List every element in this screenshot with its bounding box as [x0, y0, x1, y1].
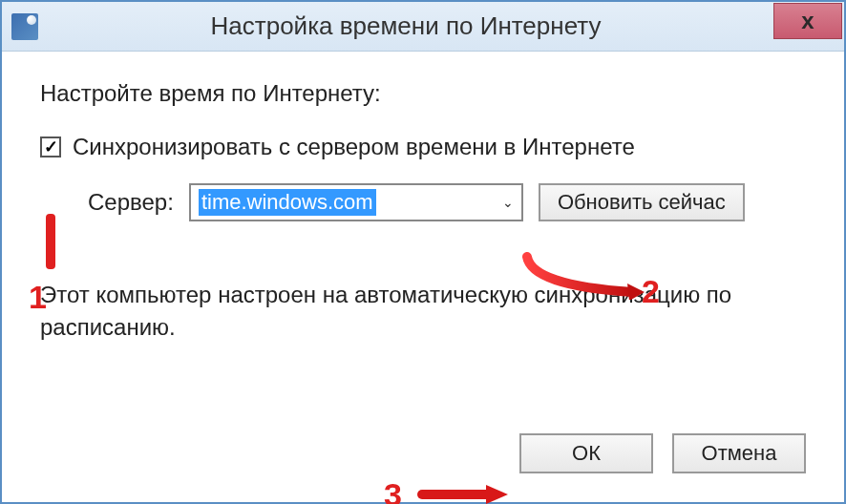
chevron-down-icon[interactable]: ⌄ [502, 195, 514, 210]
titlebar: Настройка времени по Интернету x [2, 2, 844, 52]
annotation-number-1: 1 [29, 279, 47, 316]
svg-rect-1 [417, 490, 492, 499]
sync-checkbox-row: ✓ Синхронизировать с сервером времени в … [40, 134, 806, 160]
sync-checkbox[interactable]: ✓ [40, 136, 61, 158]
ok-button[interactable]: ОК [519, 433, 653, 473]
clock-icon [11, 13, 38, 40]
content-area: Настройте время по Интернету: ✓ Синхрони… [2, 52, 844, 502]
annotation-arrow-3 [417, 483, 508, 504]
annotation-number-3: 3 [384, 476, 402, 504]
checkmark-icon: ✓ [44, 138, 58, 156]
status-text: Этот компьютер настроен на автоматическу… [40, 279, 806, 343]
server-value: time.windows.com [199, 189, 376, 216]
annotation-highlight-1 [46, 214, 55, 269]
close-button[interactable]: x [773, 3, 842, 39]
server-label: Сервер: [88, 189, 174, 216]
instruction-text: Настройте время по Интернету: [40, 80, 806, 107]
svg-marker-2 [486, 485, 508, 504]
annotation-arrow-2 [522, 252, 646, 300]
annotation-number-2: 2 [642, 273, 660, 310]
cancel-button[interactable]: Отмена [672, 433, 806, 473]
footer-buttons: ОК Отмена [519, 433, 806, 473]
server-row: Сервер: time.windows.com ⌄ Обновить сейч… [40, 183, 806, 221]
window-title: Настройка времени по Интернету [38, 11, 773, 41]
sync-checkbox-label: Синхронизировать с сервером времени в Ин… [73, 134, 635, 160]
server-combobox[interactable]: time.windows.com ⌄ [189, 183, 523, 221]
update-now-button[interactable]: Обновить сейчас [539, 183, 745, 221]
close-icon: x [801, 8, 814, 34]
dialog-window: Настройка времени по Интернету x Настрой… [0, 0, 846, 504]
